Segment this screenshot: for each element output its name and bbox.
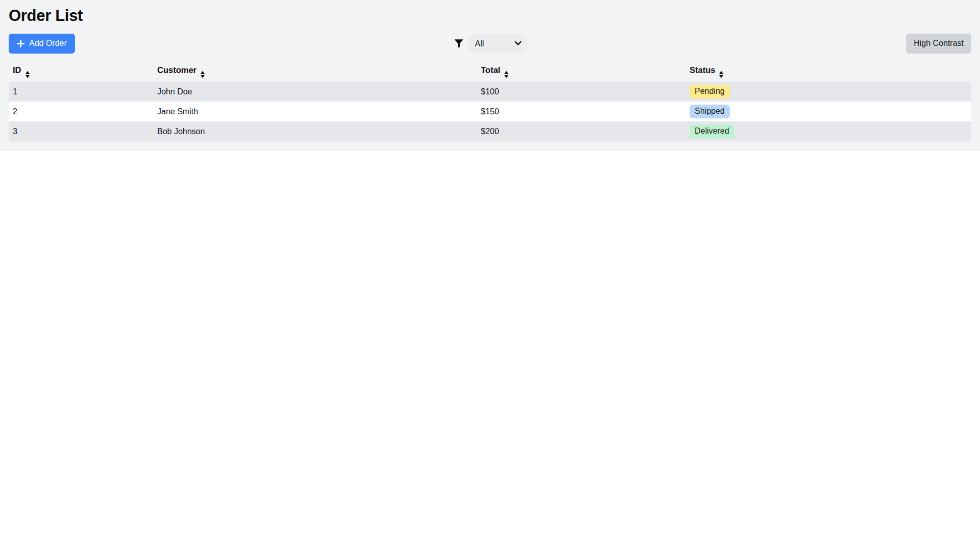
toolbar: Add Order All High Contrast — [9, 33, 971, 54]
table-header-row: IDCustomerTotalStatus — [9, 62, 971, 82]
cell-customer: John Doe — [153, 82, 477, 102]
order-row: 3Bob Johnson$200Delivered — [9, 121, 971, 141]
status-badge: Delivered — [690, 124, 734, 138]
add-order-label: Add Order — [29, 39, 67, 47]
add-order-button[interactable]: Add Order — [9, 34, 75, 54]
sort-icon — [719, 71, 723, 78]
high-contrast-label: High Contrast — [914, 39, 964, 47]
sort-icon — [26, 71, 30, 78]
cell-total: $150 — [477, 102, 685, 121]
column-label: Status — [690, 65, 715, 74]
sort-icon — [201, 71, 205, 78]
cell-total: $100 — [477, 82, 685, 102]
column-label: ID — [13, 65, 21, 74]
status-badge: Shipped — [690, 105, 730, 118]
cell-id: 3 — [9, 121, 153, 141]
cell-id: 1 — [9, 82, 153, 102]
orders-table: IDCustomerTotalStatus 1John Doe$100Pendi… — [9, 62, 971, 141]
plus-icon — [17, 40, 24, 47]
column-header-total[interactable]: Total — [477, 62, 685, 82]
column-label: Customer — [157, 65, 197, 74]
column-label: Total — [481, 65, 500, 74]
order-row: 1John Doe$100Pending — [9, 82, 971, 102]
cell-status: Shipped — [685, 102, 971, 121]
toolbar-right: High Contrast — [527, 34, 972, 54]
column-header-id[interactable]: ID — [9, 62, 153, 82]
cell-customer: Jane Smith — [153, 102, 477, 121]
status-filter-select[interactable]: All — [469, 34, 527, 53]
cell-customer: Bob Johnson — [153, 121, 477, 141]
cell-status: Delivered — [685, 121, 971, 141]
filter-group: All — [454, 34, 527, 53]
cell-total: $200 — [477, 121, 685, 141]
cell-id: 2 — [9, 102, 153, 121]
funnel-icon — [454, 38, 464, 49]
high-contrast-button[interactable]: High Contrast — [906, 34, 971, 54]
page-header-section: Order List Add Order All Hig — [0, 0, 980, 151]
toolbar-left: Add Order — [9, 34, 454, 54]
sort-icon — [504, 71, 508, 78]
column-header-status[interactable]: Status — [685, 62, 971, 82]
table-body: 1John Doe$100Pending2Jane Smith$150Shipp… — [9, 82, 971, 141]
status-filter-dropdown[interactable]: All — [469, 34, 527, 53]
column-header-customer[interactable]: Customer — [153, 62, 477, 82]
cell-status: Pending — [685, 82, 971, 102]
page-title: Order List — [9, 7, 971, 25]
order-row: 2Jane Smith$150Shipped — [9, 102, 971, 121]
status-badge: Pending — [690, 85, 730, 98]
